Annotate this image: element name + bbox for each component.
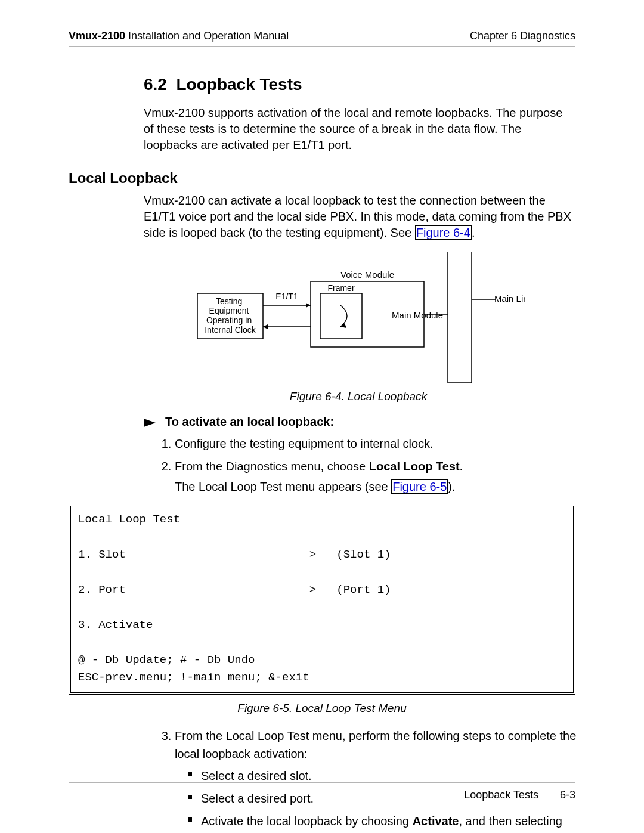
section-heading: 6.2 Loopback Tests [144, 75, 575, 94]
step-3: From the Local Loop Test menu, perform t… [175, 727, 580, 833]
procedure-lead: To activate an local loopback: [144, 415, 575, 429]
step-2: From the Diagnostics menu, choose Local … [175, 457, 580, 496]
para-text-b: . [472, 226, 475, 239]
figure-6-4-caption: Figure 6-4. Local Loopback [144, 390, 573, 403]
product-name: Vmux-2100 [69, 30, 125, 42]
step-2-bold: Local Loop Test [369, 460, 460, 473]
svg-marker-11 [144, 419, 156, 427]
section-intro: Vmux-2100 supports activation of the loc… [144, 105, 573, 153]
section-number: 6.2 [144, 75, 167, 94]
page-header: Vmux-2100 Installation and Operation Man… [69, 30, 575, 47]
procedure-steps: Configure the testing equipment to inter… [158, 435, 580, 496]
svg-rect-9 [448, 252, 472, 383]
page-footer: Loopback Tests 6-3 [69, 782, 575, 801]
loopback-diagram: Testing Equipment Operating in Internal … [191, 252, 525, 383]
diagram-testing-label: Testing Equipment Operating in Internal … [205, 296, 256, 335]
figure-ref-6-5[interactable]: Figure 6-5 [391, 479, 448, 494]
footer-page: 6-3 [560, 789, 575, 801]
figure-6-4: Testing Equipment Operating in Internal … [144, 252, 573, 403]
bullet-activate: Activate the local loopback by choosing … [188, 812, 569, 833]
section-title: Loopback Tests [177, 75, 302, 94]
diagram-voice-label: Voice Module [340, 270, 394, 280]
chapter-label: Chapter 6 Diagnostics [470, 30, 575, 42]
para-text-a: Vmux-2100 can activate a local loopback … [144, 194, 571, 239]
terminal-output: Local Loop Test 1. Slot > (Slot 1) 2. Po… [69, 504, 575, 695]
svg-marker-2 [306, 303, 311, 308]
procedure-lead-text: To activate an local loopback: [165, 415, 334, 429]
step-2-sub: The Local Loop Test menu appears (see Fi… [175, 478, 580, 496]
footer-title: Loopback Tests [464, 789, 538, 801]
figure-ref-6-4[interactable]: Figure 6-4 [415, 225, 472, 240]
step-1: Configure the testing equipment to inter… [175, 435, 580, 453]
diagram-e1t1-label: E1/T1 [275, 292, 298, 301]
subsection-heading: Local Loopback [69, 170, 575, 187]
manual-name: Installation and Operation Manual [125, 30, 289, 42]
diagram-mainlink-label: Main Link [494, 293, 525, 304]
header-left: Vmux-2100 Installation and Operation Man… [69, 30, 289, 42]
diagram-framer-label: Framer [327, 283, 354, 293]
svg-rect-6 [320, 293, 362, 339]
svg-marker-4 [263, 324, 268, 329]
procedure-arrow-icon [144, 417, 157, 428]
diagram-mainmod-text: Main Module [392, 310, 443, 320]
procedure-steps-cont: From the Local Loop Test menu, perform t… [158, 727, 580, 833]
subsection-para: Vmux-2100 can activate a local loopback … [144, 193, 573, 241]
figure-6-5-caption: Figure 6-5. Local Loop Test Menu [69, 702, 575, 715]
